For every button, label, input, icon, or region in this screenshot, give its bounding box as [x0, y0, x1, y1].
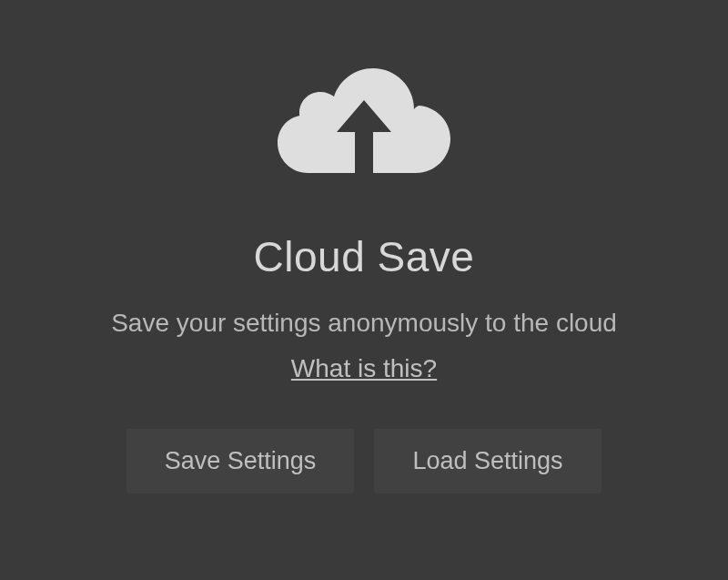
- cloud-upload-icon: [278, 64, 450, 182]
- help-link[interactable]: What is this?: [291, 354, 437, 383]
- load-settings-button[interactable]: Load Settings: [374, 429, 602, 494]
- save-settings-button[interactable]: Save Settings: [126, 429, 354, 494]
- page-title: Cloud Save: [254, 232, 475, 281]
- button-row: Save Settings Load Settings: [126, 429, 602, 494]
- subtitle: Save your settings anonymously to the cl…: [111, 309, 617, 338]
